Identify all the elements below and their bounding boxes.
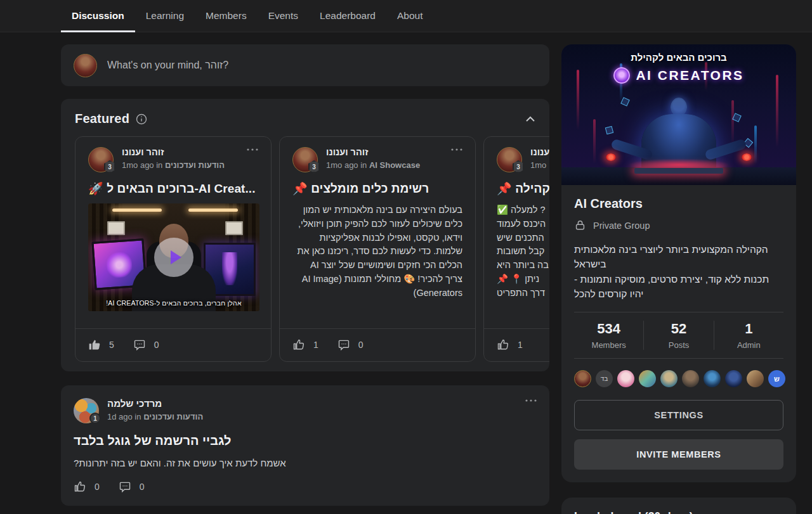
post-body-preview: בעולם היצירה עם בינה מלאכותית יש המון כל… xyxy=(292,203,462,300)
member-avatar[interactable] xyxy=(574,370,591,387)
speaker xyxy=(225,221,243,235)
card-header: 3 זוהר וענונו 1mo xyxy=(497,147,549,172)
post-title: 📌 קהילה xyxy=(497,181,549,196)
comment-count: 0 xyxy=(140,482,145,492)
post-title: 🚀 ברוכים הבאים ל-AI Creat... xyxy=(88,181,258,196)
group-info-body: AI Creators Private Group הקהילה המקצועי… xyxy=(561,185,796,482)
card-footer: 1 0 xyxy=(280,328,475,351)
banner-cube xyxy=(620,97,630,106)
featured-card-community[interactable]: 3 זוהר וענונו 1mo 📌 קהילה ? למעלה ✅ היכנ… xyxy=(483,136,549,362)
tab-events[interactable]: Events xyxy=(258,0,309,32)
settings-button[interactable]: SETTINGS xyxy=(574,400,783,430)
posts-count: 52 xyxy=(644,321,713,337)
feed-post[interactable]: 1 מרדכי שלמה 1d ago in הודעות ועדכונים ל… xyxy=(61,385,549,506)
invite-members-button[interactable]: INVITE MEMBERS xyxy=(574,439,783,470)
group-sidebar: ברוכים הבאים לקהילת AI CREATORS AI Creat… xyxy=(561,44,796,514)
tab-discussion[interactable]: Discussion xyxy=(61,0,135,32)
like-count: 1 xyxy=(518,340,523,350)
body-line: ניתן 📍 📌 xyxy=(497,273,549,286)
member-avatar[interactable] xyxy=(617,370,634,387)
like-count: 0 xyxy=(95,482,100,492)
more-options-icon[interactable] xyxy=(525,398,537,402)
featured-card-tools[interactable]: 3 זוהר וענונו 1mo ago in AI Showcase xyxy=(279,136,476,362)
members-count: 534 xyxy=(574,321,643,337)
group-banner-image[interactable]: ברוכים הבאים לקהילת AI CREATORS xyxy=(561,44,796,185)
featured-card-welcome[interactable]: 3 זוהר וענונו 1mo ago in הודעות ועדכונים xyxy=(75,136,272,362)
studio-light xyxy=(188,209,238,212)
more-options-icon[interactable] xyxy=(247,147,258,151)
member-avatar[interactable] xyxy=(725,370,742,387)
stat-posts[interactable]: 52 Posts xyxy=(643,321,713,350)
post-category[interactable]: AI Showcase xyxy=(369,160,420,170)
body-line: היכנס לעמוד xyxy=(497,217,549,231)
tab-members[interactable]: Members xyxy=(195,0,258,32)
like-count: 5 xyxy=(109,340,114,350)
comment-button[interactable]: 0 xyxy=(337,338,363,351)
more-options-icon[interactable] xyxy=(451,147,462,151)
tab-about[interactable]: About xyxy=(386,0,434,32)
like-count: 1 xyxy=(313,340,318,350)
video-thumbnail[interactable]: אהלן חברים, ברוכים הבאים ל-AI CREATORS! xyxy=(88,203,259,311)
stat-members[interactable]: 534 Members xyxy=(574,321,643,350)
banner-hand-glow xyxy=(742,153,752,161)
group-info-card: ברוכים הבאים לקהילת AI CREATORS AI Creat… xyxy=(561,44,796,482)
admins-count: 1 xyxy=(714,321,783,337)
post-time: 1d ago in xyxy=(107,412,141,421)
banner-streak xyxy=(593,119,596,164)
member-avatar[interactable]: בד xyxy=(596,370,613,387)
play-button[interactable] xyxy=(154,238,193,277)
posts-label: Posts xyxy=(644,340,713,350)
like-button[interactable]: 0 xyxy=(74,480,100,493)
like-button[interactable]: 1 xyxy=(497,338,523,351)
post-title: לגביי הרשמה של גוגל בלבד xyxy=(74,434,537,448)
comment-count: 0 xyxy=(154,340,159,350)
composer-placeholder: What's on your mind, זוהר? xyxy=(107,60,228,71)
card-footer: 1 xyxy=(484,328,549,351)
banner-keyboard xyxy=(634,168,723,174)
body-line: ? למעלה ✅ xyxy=(497,203,549,217)
info-icon[interactable] xyxy=(136,113,147,125)
body-line: דרך התפריט xyxy=(497,286,549,300)
stat-admins[interactable]: 1 Admin xyxy=(714,321,783,350)
post-category[interactable]: הודעות ועדכונים xyxy=(143,412,203,421)
member-avatar[interactable] xyxy=(747,370,764,387)
member-avatar[interactable] xyxy=(660,370,678,387)
member-avatar[interactable] xyxy=(682,370,699,387)
post-composer[interactable]: What's on your mind, זוהר? xyxy=(61,44,549,86)
author-name: זוהר וענונו xyxy=(326,147,420,158)
group-stats: 534 Members 52 Posts 1 Admin xyxy=(574,312,783,359)
chevron-up-icon[interactable] xyxy=(525,116,535,122)
tab-leaderboard[interactable]: Leaderboard xyxy=(309,0,386,32)
like-button[interactable]: 5 xyxy=(88,338,114,351)
author-name: זוהר וענונו xyxy=(530,147,549,158)
featured-title: Featured xyxy=(75,112,129,126)
like-button[interactable]: 1 xyxy=(292,338,318,351)
play-icon xyxy=(171,250,181,264)
member-avatar[interactable]: ש xyxy=(768,370,785,387)
comment-button[interactable]: 0 xyxy=(133,338,159,351)
post-meta: 1mo ago in הודעות ועדכונים xyxy=(122,160,225,170)
comment-button[interactable]: 0 xyxy=(119,480,145,493)
banner-streak xyxy=(731,100,734,145)
level-badge: 1 xyxy=(89,413,101,424)
post-category[interactable]: הודעות ועדכונים xyxy=(165,160,225,170)
tab-learning[interactable]: Learning xyxy=(135,0,195,32)
group-privacy: Private Group xyxy=(574,219,783,231)
post-time: 1mo ago in xyxy=(326,160,367,170)
leaderboard-title: Leaderboard (30-days) xyxy=(574,510,783,514)
post-meta: 1mo ago in AI Showcase xyxy=(326,160,420,170)
feed-column: What's on your mind, זוהר? Featured xyxy=(61,44,549,506)
post-title: 📌 רשימת כלים מומלצים xyxy=(292,181,462,196)
current-user-avatar xyxy=(74,54,97,77)
banner-logo-text: AI CREATORS xyxy=(636,68,743,83)
member-avatars-row: בד ש xyxy=(574,370,783,387)
author-name: מרדכי שלמה xyxy=(107,398,203,409)
leaderboard-card: Leaderboard (30-days) xyxy=(561,498,796,514)
member-avatar[interactable] xyxy=(639,370,656,387)
card-header: 3 זוהר וענונו 1mo ago in הודעות ועדכונים xyxy=(88,147,258,172)
author-name: זוהר וענונו xyxy=(122,147,225,158)
comment-count: 0 xyxy=(358,340,363,350)
post-meta: 1d ago in הודעות ועדכונים xyxy=(107,412,203,421)
post-body-preview: ? למעלה ✅ היכנס לעמוד התכנים שיש קבל תשו… xyxy=(497,203,549,300)
member-avatar[interactable] xyxy=(704,370,721,387)
